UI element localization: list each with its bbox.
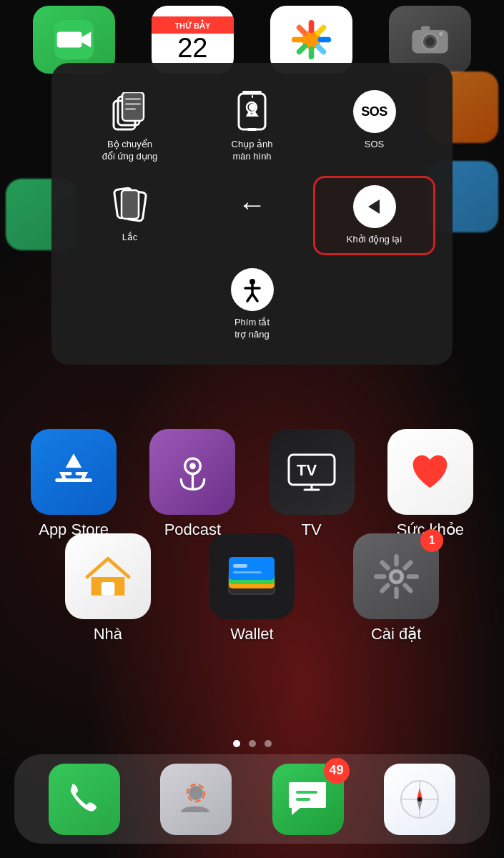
app-tv[interactable]: TV TV <box>269 429 355 539</box>
bottom-dock: 49 <box>14 754 490 844</box>
dock-phone[interactable] <box>49 764 120 835</box>
dock-messages[interactable]: 49 <box>272 764 344 835</box>
settings-badge-count: 1 <box>429 534 435 547</box>
svg-point-51 <box>392 573 400 581</box>
svg-rect-33 <box>101 582 114 596</box>
camera-icon <box>410 24 450 56</box>
svg-rect-38 <box>233 564 247 568</box>
app-home-label: Nhà <box>94 625 122 644</box>
popup-item-back[interactable]: ← <box>191 176 313 255</box>
bottom-apps-row: Nhà Wallet 1 <box>0 533 504 644</box>
app-podcast-icon <box>149 429 235 515</box>
dock-contacts[interactable] <box>160 764 232 835</box>
svg-point-6 <box>439 32 443 36</box>
page-dot-2 <box>249 740 256 747</box>
messages-badge-count: 49 <box>330 763 344 778</box>
svg-marker-22 <box>368 199 380 214</box>
app-wallet-label: Wallet <box>230 625 273 644</box>
popup-grid: Bộ chuyểnđổi ứng dụng Chụp ảnhmàn hình <box>69 83 435 347</box>
settings-badge: 1 <box>420 529 443 552</box>
facetime-icon <box>54 20 94 59</box>
accessibility-icon <box>231 268 274 311</box>
popup-item-shake[interactable]: Lắc <box>69 176 191 255</box>
svg-rect-15 <box>247 128 257 131</box>
app-settings-icon: 1 <box>353 533 439 619</box>
svg-line-48 <box>382 585 387 591</box>
app-settings[interactable]: 1 Cài đặt <box>353 533 439 644</box>
app-switcher-label: Bộ chuyểnđổi ứng dụng <box>102 139 158 163</box>
back-arrow-icon: ← <box>231 183 274 226</box>
messages-badge: 49 <box>324 758 350 784</box>
app-home[interactable]: Nhà <box>65 533 151 644</box>
svg-rect-14 <box>242 91 262 94</box>
app-wallet[interactable]: Wallet <box>209 533 295 644</box>
svg-point-4 <box>426 37 435 46</box>
contacts-icon <box>177 779 216 819</box>
safari-icon <box>398 778 441 821</box>
popup-item-restart[interactable]: Khởi động lại <box>313 176 435 255</box>
svg-rect-11 <box>125 103 141 105</box>
app-settings-label: Cài đặt <box>371 625 421 644</box>
svg-rect-21 <box>122 190 139 219</box>
svg-rect-54 <box>296 791 317 794</box>
messages-icon <box>287 779 329 819</box>
calendar-header: THỨ BẢY <box>152 16 234 34</box>
popup-item-sos[interactable]: SOS SOS <box>313 83 435 170</box>
svg-rect-39 <box>233 571 262 573</box>
screenshot-label: Chụp ảnhmàn hình <box>232 139 273 163</box>
svg-text:TV: TV <box>297 461 317 479</box>
screenshot-icon <box>231 90 274 133</box>
svg-rect-5 <box>421 26 430 31</box>
restart-label: Khởi động lại <box>347 234 402 246</box>
sos-label: SOS <box>365 139 384 151</box>
calendar-day-label: THỨ BẢY <box>174 21 210 30</box>
app-switcher-icon <box>109 90 152 133</box>
app-tv-icon: TV <box>269 429 355 515</box>
app-appstore[interactable]: App Store <box>31 429 117 539</box>
accessibility-label: Phím tắttrợ năng <box>234 317 270 341</box>
restart-icon <box>353 185 396 228</box>
popup-item-accessibility[interactable]: Phím tắttrợ năng <box>191 261 313 348</box>
svg-line-45 <box>382 562 387 568</box>
photos-icon <box>288 16 335 63</box>
app-wallet-icon <box>209 533 295 619</box>
page-dot-3 <box>265 740 272 747</box>
dock-safari[interactable] <box>384 764 455 835</box>
assistive-touch-popup: Bộ chuyểnđổi ứng dụng Chụp ảnhmàn hình <box>51 63 453 365</box>
page-dots <box>0 740 504 747</box>
popup-item-app-switcher[interactable]: Bộ chuyểnđổi ứng dụng <box>69 83 191 170</box>
svg-rect-12 <box>125 108 136 110</box>
svg-point-61 <box>417 797 422 802</box>
svg-rect-55 <box>296 798 310 801</box>
svg-rect-16 <box>249 104 256 111</box>
shake-icon <box>109 183 152 226</box>
svg-point-52 <box>189 786 203 800</box>
svg-rect-9 <box>122 92 144 121</box>
app-health-icon <box>387 429 473 515</box>
mid-app-labels-row: App Store Podcast TV TV <box>0 429 504 539</box>
svg-rect-18 <box>252 95 253 98</box>
svg-point-30 <box>189 463 196 469</box>
app-health[interactable]: Sức khỏe <box>387 429 473 539</box>
app-home-icon <box>65 533 151 619</box>
svg-line-46 <box>405 585 410 591</box>
shake-label: Lắc <box>122 232 138 244</box>
sos-icon: SOS <box>353 90 396 133</box>
app-podcast[interactable]: Podcast <box>149 429 235 539</box>
svg-rect-37 <box>229 557 275 580</box>
sos-text: SOS <box>361 104 387 119</box>
svg-rect-10 <box>125 98 141 100</box>
calendar-day-num: 22 <box>177 34 207 64</box>
svg-line-27 <box>252 294 257 301</box>
svg-line-47 <box>405 562 410 568</box>
page-dot-1 <box>233 740 240 747</box>
phone-icon <box>65 779 104 819</box>
popup-item-screenshot[interactable]: Chụp ảnhmàn hình <box>191 83 313 170</box>
app-appstore-icon <box>31 429 117 515</box>
